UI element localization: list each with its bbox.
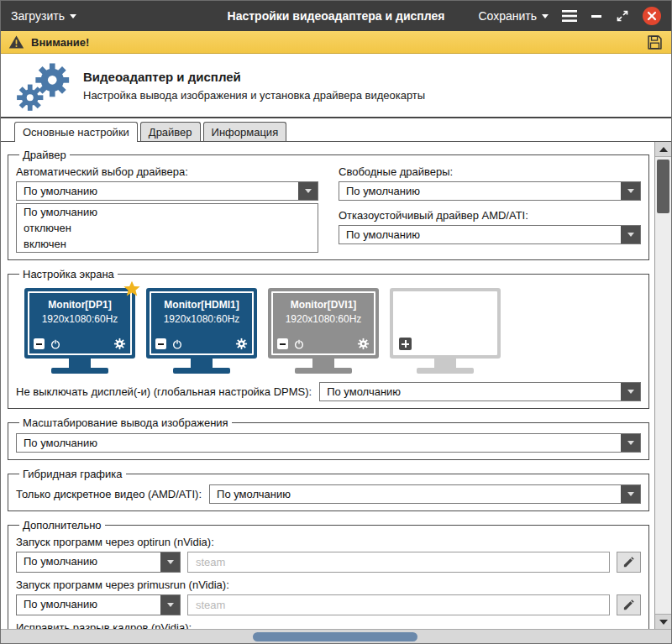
monitor-stand xyxy=(434,359,456,368)
save-icon-button[interactable] xyxy=(646,34,664,51)
discrete-row: Только дискретное видео (AMD/ATI): По ум… xyxy=(16,484,641,504)
auto-driver-select[interactable]: По умолчанию xyxy=(16,181,318,201)
dpms-select[interactable]: По умолчанию xyxy=(319,382,641,401)
hybrid-group-legend: Гибридная графика xyxy=(19,468,126,480)
combo-arrow-icon[interactable] xyxy=(621,485,640,503)
scroll-down-button[interactable] xyxy=(655,614,671,629)
failsafe-driver-value: По умолчанию xyxy=(339,226,621,243)
auto-driver-options-list: По умолчанию отключен включен xyxy=(16,203,318,253)
minimize-button[interactable] xyxy=(591,10,602,22)
free-drivers-label: Свободные драйверы: xyxy=(339,165,641,178)
monitor-remove-button[interactable] xyxy=(155,338,166,349)
horizontal-scrollbar[interactable] xyxy=(1,629,671,643)
dpms-value: По умолчанию xyxy=(320,383,621,401)
monitor-stand xyxy=(312,359,334,368)
load-menu-button[interactable]: Загрузить xyxy=(11,9,76,23)
triangle-up-icon xyxy=(659,147,668,152)
scaling-group-legend: Масштабирование вывода изображения xyxy=(19,416,232,429)
monitor-screen[interactable]: Monitor[DP1] 1920x1080:60Hz xyxy=(24,288,135,359)
tab-information[interactable]: Информация xyxy=(203,122,287,141)
failsafe-driver-select[interactable]: По умолчанию xyxy=(339,225,641,244)
screen-group: Настройка экрана Monitor[DP1] 1920x1080:… xyxy=(8,268,649,409)
monitor-base xyxy=(51,368,108,374)
optirun-select[interactable]: По умолчанию xyxy=(16,552,181,573)
add-monitor-button[interactable] xyxy=(399,338,412,350)
monitor-power-button[interactable] xyxy=(171,338,183,350)
page-title: Видеоадаптер и дисплей xyxy=(83,70,425,84)
load-menu-label: Загрузить xyxy=(11,9,65,23)
combo-arrow-icon[interactable] xyxy=(160,552,180,572)
scroll-up-button[interactable] xyxy=(655,142,671,157)
warning-text: Внимание! xyxy=(31,36,89,49)
hamburger-menu-button[interactable] xyxy=(562,10,577,22)
monitor-stand xyxy=(191,359,213,368)
driver-group: Драйвер Автоматический выбор драйвера: П… xyxy=(8,149,649,260)
primusrun-edit-button[interactable] xyxy=(617,594,641,615)
monitor-resolution: 1920x1080:60Hz xyxy=(273,313,374,325)
combo-arrow-icon[interactable] xyxy=(621,434,640,452)
monitor-remove-button[interactable] xyxy=(277,338,288,349)
scaling-value: По умолчанию xyxy=(17,434,621,452)
gear-icon xyxy=(113,338,126,350)
optirun-edit-button[interactable] xyxy=(617,552,641,573)
gear-icon xyxy=(235,338,248,350)
primary-star-icon xyxy=(123,280,141,298)
monitor-name: Monitor[DVI1] xyxy=(273,299,374,311)
vertical-scroll-thumb[interactable] xyxy=(657,160,669,213)
main-content: Драйвер Автоматический выбор драйвера: П… xyxy=(1,142,654,629)
monitor-add-slot[interactable] xyxy=(390,288,501,374)
maximize-button[interactable] xyxy=(616,9,629,23)
primusrun-label: Запуск программ через primusrun (nVidia)… xyxy=(16,579,641,591)
monitor-settings-button[interactable] xyxy=(113,338,126,350)
combo-arrow-icon[interactable] xyxy=(621,226,640,243)
monitor-name: Monitor[HDMI1] xyxy=(151,299,252,311)
page-subtitle: Настройка вывода изображения и установка… xyxy=(83,89,425,102)
tab-driver[interactable]: Драйвер xyxy=(140,122,201,141)
vertical-scroll-track[interactable] xyxy=(655,157,671,614)
app-window: Настройки видеоадаптера и дисплея Загруз… xyxy=(0,0,672,644)
driver-right-column: Свободные драйверы: По умолчанию Отказоу… xyxy=(339,163,641,253)
combo-arrow-icon[interactable] xyxy=(621,182,640,200)
primusrun-input[interactable] xyxy=(187,594,610,615)
free-drivers-select[interactable]: По умолчанию xyxy=(339,181,641,201)
option-enabled[interactable]: включен xyxy=(17,236,318,252)
combo-arrow-icon[interactable] xyxy=(160,595,180,615)
app-header: Видеоадаптер и дисплей Настройка вывода … xyxy=(1,54,671,118)
save-menu-button[interactable]: Сохранить xyxy=(478,9,549,23)
monitor-hdmi1[interactable]: Monitor[HDMI1] 1920x1080:60Hz xyxy=(146,288,257,374)
titlebar: Настройки видеоадаптера и дисплея Загруз… xyxy=(1,1,671,31)
close-button[interactable] xyxy=(643,7,661,25)
combo-arrow-icon[interactable] xyxy=(298,182,318,200)
power-icon xyxy=(293,338,305,350)
extra-group: Дополнительно Запуск программ через opti… xyxy=(8,519,649,629)
horizontal-scroll-thumb[interactable] xyxy=(253,632,417,641)
discrete-video-value: По умолчанию xyxy=(210,485,621,503)
triangle-down-icon xyxy=(659,620,668,625)
monitor-screen[interactable]: Monitor[HDMI1] 1920x1080:60Hz xyxy=(146,288,257,359)
monitor-settings-button[interactable] xyxy=(235,338,248,350)
monitor-power-button[interactable] xyxy=(293,338,305,350)
combo-arrow-icon[interactable] xyxy=(621,383,640,401)
monitor-power-button[interactable] xyxy=(50,338,61,350)
option-disabled[interactable]: отключен xyxy=(17,220,318,236)
dpms-label: Не выключать дисплей(-и) (глобальная нас… xyxy=(16,385,312,398)
monitor-settings-button[interactable] xyxy=(357,338,370,350)
hamburger-icon xyxy=(562,10,577,22)
primusrun-select[interactable]: По умолчанию xyxy=(16,594,181,615)
power-icon xyxy=(171,338,183,350)
monitor-screen[interactable] xyxy=(390,288,501,359)
monitor-stand xyxy=(69,359,91,368)
option-default[interactable]: По умолчанию xyxy=(17,204,318,220)
monitor-dvi1[interactable]: Monitor[DVI1] 1920x1080:60Hz xyxy=(268,288,379,374)
monitor-base xyxy=(173,368,230,374)
tab-main-settings[interactable]: Основные настройки xyxy=(14,122,138,142)
monitor-remove-button[interactable] xyxy=(34,338,45,349)
monitor-base xyxy=(417,368,474,374)
discrete-video-select[interactable]: По умолчанию xyxy=(209,484,641,504)
vertical-scrollbar[interactable] xyxy=(654,142,671,629)
optirun-input[interactable] xyxy=(187,552,610,573)
monitor-dp1[interactable]: Monitor[DP1] 1920x1080:60Hz xyxy=(24,288,135,374)
monitor-screen[interactable]: Monitor[DVI1] 1920x1080:60Hz xyxy=(268,288,379,359)
expand-icon xyxy=(616,9,629,23)
scaling-select[interactable]: По умолчанию xyxy=(16,433,641,453)
